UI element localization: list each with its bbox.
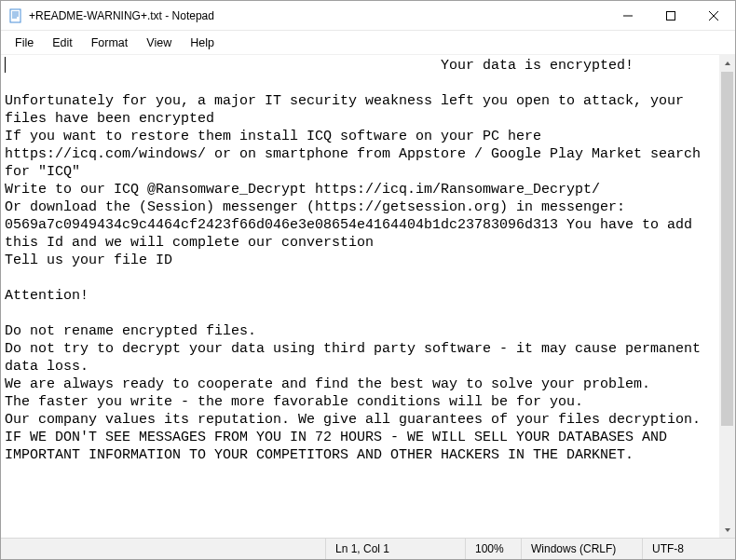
scroll-up-arrow[interactable] — [719, 55, 735, 71]
text-caret — [5, 57, 6, 73]
menu-view[interactable]: View — [138, 34, 180, 52]
scroll-down-arrow[interactable] — [719, 522, 735, 538]
status-zoom: 100% — [465, 539, 521, 559]
close-button[interactable] — [692, 1, 735, 31]
menu-format[interactable]: Format — [83, 34, 137, 52]
menubar: File Edit Format View Help — [1, 31, 735, 55]
status-line-ending: Windows (CRLF) — [521, 539, 642, 559]
scroll-thumb[interactable] — [721, 72, 733, 426]
menu-file[interactable]: File — [7, 34, 42, 52]
menu-help[interactable]: Help — [182, 34, 223, 52]
statusbar: Ln 1, Col 1 100% Windows (CRLF) UTF-8 — [1, 538, 735, 559]
svg-rect-6 — [667, 11, 675, 20]
window-title: +README-WARNING+.txt - Notepad — [29, 9, 214, 22]
vertical-scrollbar[interactable] — [719, 55, 735, 538]
status-encoding: UTF-8 — [642, 539, 735, 559]
titlebar: +README-WARNING+.txt - Notepad — [1, 1, 735, 31]
status-position: Ln 1, Col 1 — [325, 539, 465, 559]
notepad-window: +README-WARNING+.txt - Notepad File Edit… — [0, 0, 736, 560]
minimize-button[interactable] — [607, 1, 649, 31]
maximize-button[interactable] — [649, 1, 692, 31]
notepad-icon — [8, 8, 23, 23]
document-text: Your data is encrypted! Unfortunately fo… — [1, 55, 735, 466]
text-editor[interactable]: Your data is encrypted! Unfortunately fo… — [1, 55, 735, 538]
menu-edit[interactable]: Edit — [44, 34, 81, 52]
